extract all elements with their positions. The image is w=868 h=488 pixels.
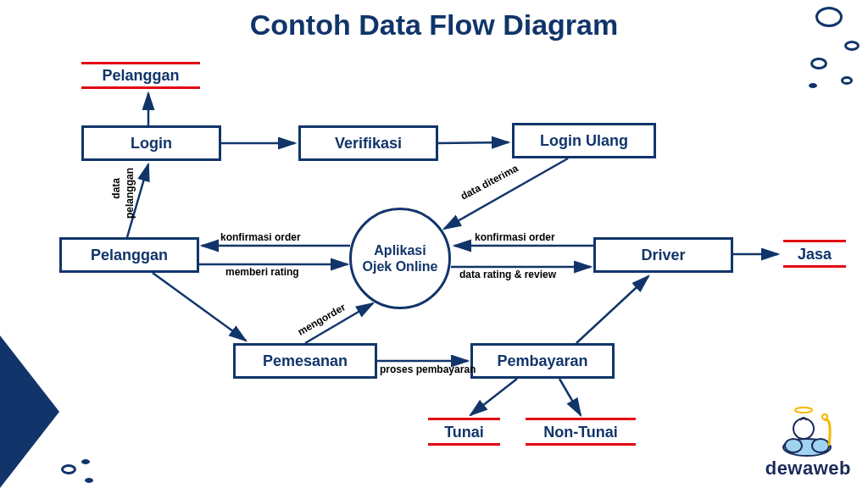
- decorative-bubbles-top-right: [766, 0, 868, 102]
- edge-label-konfirmasi-order-left: konfirmasi order: [220, 231, 301, 243]
- diagram-title: Contoh Data Flow Diagram: [0, 8, 868, 42]
- dewaweb-icon: [778, 403, 837, 458]
- svg-line-14: [576, 276, 648, 343]
- decorative-triangle-bottom-left: [0, 336, 119, 488]
- external-jasa-bottom-line: [783, 265, 846, 268]
- svg-point-20: [795, 408, 812, 413]
- node-login: Login: [81, 125, 221, 161]
- node-pemesanan: Pemesanan: [233, 343, 377, 379]
- node-verifikasi: Verifikasi: [298, 125, 438, 161]
- edge-label-mengorder: mengorder: [296, 301, 348, 337]
- edge-label-memberi-rating: memberi rating: [225, 266, 299, 278]
- svg-point-18: [785, 439, 802, 452]
- svg-line-15: [470, 379, 517, 415]
- external-jasa-top-line: [783, 240, 846, 242]
- external-nontunai-label: Non-Tunai: [526, 424, 636, 441]
- brand-name: dewaweb: [765, 458, 851, 480]
- external-jasa-label: Jasa: [783, 246, 846, 263]
- svg-point-19: [812, 439, 829, 452]
- node-pembayaran: Pembayaran: [470, 343, 615, 379]
- external-tunai-bottom-line: [428, 443, 500, 446]
- svg-point-22: [822, 414, 827, 419]
- svg-line-3: [438, 142, 509, 143]
- edge-label-data-rating-review: data rating & review: [459, 269, 556, 280]
- edge-label-data-pelanggan-2: pelanggan: [124, 168, 136, 219]
- external-pelanggan-bottom-line: [81, 86, 200, 89]
- edge-label-proses-pembayaran: proses pembayaran: [380, 363, 476, 375]
- node-pelanggan: Pelanggan: [59, 237, 199, 273]
- node-driver: Driver: [593, 237, 733, 273]
- brand-logo: dewaweb: [765, 403, 851, 480]
- svg-line-11: [153, 273, 246, 341]
- edge-label-data-pelanggan-1: data: [110, 178, 122, 199]
- svg-line-16: [559, 379, 581, 415]
- external-tunai-top-line: [428, 418, 500, 420]
- edge-label-data-diterima: data diterima: [459, 162, 520, 202]
- svg-point-21: [793, 419, 814, 439]
- node-login-ulang: Login Ulang: [512, 123, 656, 158]
- external-pelanggan-top-line: [81, 62, 200, 64]
- external-pelanggan-label: Pelanggan: [81, 67, 200, 85]
- external-nontunai-top-line: [526, 418, 636, 420]
- external-tunai-label: Tunai: [428, 424, 500, 441]
- external-nontunai-bottom-line: [526, 443, 636, 446]
- svg-marker-0: [0, 336, 59, 488]
- node-aplikasi: Aplikasi Ojek Online: [349, 208, 451, 309]
- edge-label-konfirmasi-order-right: konfirmasi order: [475, 231, 555, 243]
